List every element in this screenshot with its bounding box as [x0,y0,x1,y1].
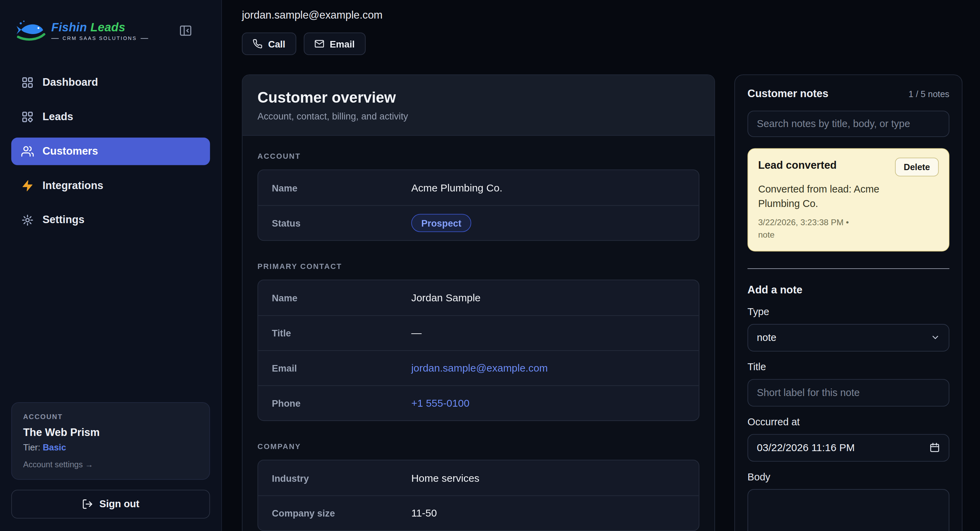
customer-notes-panel: Customer notes 1 / 5 notes Lead converte… [734,74,963,531]
note-body-textarea[interactable] [748,489,950,531]
crm-app: Fishin Leads CRM Saas Solutions [0,0,980,531]
action-row: Call Email [242,32,960,55]
note-meta: 3/22/2026, 3:23:38 PM • note [758,217,939,241]
sidebar-item-label: Settings [43,214,85,226]
note-timestamp: 3/22/2026, 3:23:38 PM [758,218,843,227]
sidebar-item-settings[interactable]: Settings [11,206,210,234]
row-label: Industry [258,472,411,483]
sidebar-collapse-button[interactable] [178,24,192,38]
sign-out-label: Sign out [99,499,139,510]
main-header: jordan.sample@example.com Call Email [222,0,980,74]
occurred-at-value: 03/22/2026 11:16 PM [757,442,929,453]
main-area: jordan.sample@example.com Call Email [222,0,980,531]
sidebar-item-leads[interactable]: Leads [11,103,210,131]
table-row: Company size 11-50 [258,496,699,531]
app-viewport: Fishin Leads CRM Saas Solutions [0,0,980,531]
note-meta-separator: • [846,218,849,227]
account-settings-link[interactable]: Account settings → [23,460,198,469]
call-button-label: Call [268,38,285,49]
account-tier: Tier: Basic [23,442,198,452]
calendar-icon [929,442,940,453]
row-value: 11-50 [411,507,448,519]
leads-blocks-icon [21,110,34,123]
sidebar-item-label: Leads [43,110,73,123]
section-primary-contact: PRIMARY CONTACT Name Jordan Sample Title… [258,262,699,421]
envelope-icon [314,39,324,49]
table-row: Title — [258,315,699,350]
sidebar-item-label: Dashboard [43,77,98,89]
contact-phone-link[interactable]: +1 555-0100 [411,397,481,409]
detail-table: Name Jordan Sample Title — Email jordan.… [258,280,699,421]
notes-divider [748,268,950,269]
sidebar-nav: Dashboard Leads Customers [11,69,210,234]
sidebar-bottom: ACCOUNT The Web Prism Tier: Basic Accoun… [11,402,210,518]
table-row: Name Jordan Sample [258,280,699,316]
zap-icon [21,179,34,192]
chevron-down-icon [931,333,940,342]
note-type-selected-value: note [757,332,931,343]
page-subtitle: Account, contact, billing, and activity [258,110,699,121]
row-label: Name [258,292,411,303]
table-row: Name Acme Plumbing Co. [258,170,699,205]
sidebar: Fishin Leads CRM Saas Solutions [0,0,222,531]
notes-header: Customer notes 1 / 5 notes [748,88,950,100]
section-company: COMPANY Industry Home services Company s… [258,442,699,531]
type-field-label: Type [748,306,950,317]
brand-tagline: CRM Saas Solutions [51,35,148,41]
panel-collapse-icon [178,24,192,38]
brand-text: Fishin Leads CRM Saas Solutions [51,20,148,41]
brand-name-primary: Fishin [51,20,87,33]
overview-body: ACCOUNT Name Acme Plumbing Co. Status Pr… [243,136,714,531]
notes-title: Customer notes [748,88,828,100]
row-label: Name [258,182,411,193]
sidebar-item-integrations[interactable]: Integrations [11,172,210,199]
row-label: Status [258,218,411,228]
account-name: The Web Prism [23,427,198,439]
body-field-label: Body [748,471,950,483]
note-title-input[interactable] [748,379,950,407]
row-label: Email [258,363,411,373]
status-badge: Prospect [411,214,471,232]
fish-logo-icon [15,19,46,42]
account-card: ACCOUNT The Web Prism Tier: Basic Accoun… [11,402,210,480]
note-type-select[interactable]: note [748,324,950,351]
tier-label: Tier: [23,442,40,452]
add-note-heading: Add a note [748,284,950,296]
logo-row: Fishin Leads CRM Saas Solutions [15,19,207,42]
call-button[interactable]: Call [242,32,296,55]
email-button-label: Email [330,38,355,49]
row-label: Company size [258,508,411,518]
customer-email-heading: jordan.sample@example.com [242,9,960,22]
detail-table: Industry Home services Company size 11-5… [258,460,699,531]
section-heading: COMPANY [258,442,699,451]
sidebar-item-label: Customers [43,145,98,157]
sign-out-button[interactable]: Sign out [11,490,210,518]
brand-name: Fishin Leads [51,20,148,34]
row-value: Home services [411,472,491,484]
section-heading: ACCOUNT [258,152,699,161]
phone-icon [253,39,262,49]
page-title: Customer overview [258,89,699,107]
table-row: Status Prospect [258,205,699,240]
row-label: Title [258,328,411,338]
dashboard-grid-icon [21,77,34,89]
sidebar-item-customers[interactable]: Customers [11,138,210,165]
row-value: Prospect [411,214,482,232]
notes-search-input[interactable] [748,110,950,137]
contact-email-link[interactable]: jordan.sample@example.com [411,362,559,374]
note-type-tag: note [758,229,939,241]
section-heading: PRIMARY CONTACT [258,262,699,271]
brand-logo: Fishin Leads CRM Saas Solutions [15,19,148,42]
notes-count: 1 / 5 notes [908,89,950,99]
occurred-at-datetime-input[interactable]: 03/22/2026 11:16 PM [748,434,950,461]
section-account: ACCOUNT Name Acme Plumbing Co. Status Pr… [258,152,699,241]
title-field-label: Title [748,361,950,373]
email-button[interactable]: Email [304,32,366,55]
brand-name-secondary: Leads [91,20,126,33]
row-value: Acme Plumbing Co. [411,182,514,194]
content-area: Customer overview Account, contact, bill… [222,74,980,531]
logout-icon [82,499,93,510]
sidebar-item-dashboard[interactable]: Dashboard [11,69,210,96]
users-icon [21,145,34,157]
note-delete-button[interactable]: Delete [895,158,939,176]
